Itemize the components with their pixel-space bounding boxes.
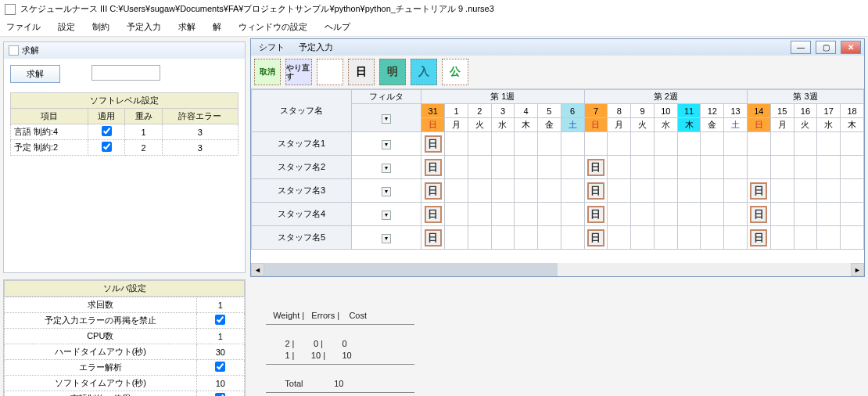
- filter-cell[interactable]: ▾: [352, 226, 421, 250]
- schedule-cell[interactable]: [538, 156, 561, 179]
- schedule-cell[interactable]: [817, 132, 841, 156]
- schedule-cell[interactable]: [515, 156, 538, 179]
- blank-button[interactable]: [317, 59, 343, 85]
- shift-chip[interactable]: 日: [587, 229, 604, 247]
- schedule-cell[interactable]: [538, 226, 561, 250]
- morning-button[interactable]: 明: [379, 59, 406, 85]
- close-button[interactable]: ✕: [841, 41, 861, 54]
- staff-row-header[interactable]: スタッフ名5: [252, 226, 352, 250]
- shift-chip[interactable]: 日: [587, 182, 604, 200]
- shift-chip[interactable]: 日: [425, 135, 442, 153]
- solver-checkbox[interactable]: [215, 393, 225, 396]
- shift-chip[interactable]: 日: [750, 229, 767, 247]
- date-cell[interactable]: 6: [561, 104, 584, 118]
- schedule-cell[interactable]: [631, 226, 655, 250]
- schedule-cell[interactable]: [654, 179, 677, 203]
- schedule-cell[interactable]: [654, 132, 677, 156]
- date-cell[interactable]: 14: [747, 104, 770, 118]
- tab-schedule[interactable]: 予定入力: [299, 41, 333, 53]
- schedule-cell[interactable]: [677, 132, 701, 156]
- schedule-cell[interactable]: [654, 226, 677, 250]
- schedule-cell[interactable]: [468, 203, 491, 226]
- allow-cell[interactable]: 3: [162, 140, 238, 156]
- schedule-cell[interactable]: [654, 156, 677, 179]
- menu-schedule[interactable]: 予定入力: [124, 20, 164, 34]
- schedule-cell[interactable]: [701, 132, 724, 156]
- schedule-cell[interactable]: [724, 156, 748, 179]
- schedule-cell[interactable]: 日: [584, 179, 608, 203]
- date-cell[interactable]: 9: [631, 104, 655, 118]
- solver-value[interactable]: 1: [218, 301, 223, 310]
- solver-checkbox[interactable]: [215, 362, 225, 372]
- schedule-cell[interactable]: 日: [584, 156, 608, 179]
- menu-constraint[interactable]: 制約: [89, 20, 113, 34]
- schedule-table[interactable]: スタッフ名フィルタ第 1週第 2週第 3週▾311234567891011121…: [251, 89, 864, 250]
- schedule-cell[interactable]: [770, 226, 794, 250]
- schedule-cell[interactable]: [561, 132, 584, 156]
- schedule-cell[interactable]: [538, 132, 561, 156]
- schedule-cell[interactable]: [468, 226, 491, 250]
- schedule-cell[interactable]: [817, 179, 841, 203]
- schedule-cell[interactable]: [794, 203, 817, 226]
- schedule-cell[interactable]: [677, 203, 701, 226]
- maximize-button[interactable]: ▢: [816, 41, 836, 54]
- tab-shift[interactable]: シフト: [259, 41, 285, 53]
- schedule-cell[interactable]: [515, 226, 538, 250]
- apply-checkbox[interactable]: [88, 140, 125, 156]
- schedule-cell[interactable]: [515, 203, 538, 226]
- schedule-cell[interactable]: [724, 132, 748, 156]
- allow-cell[interactable]: 3: [162, 124, 238, 140]
- date-cell[interactable]: 8: [608, 104, 631, 118]
- schedule-cell[interactable]: [841, 132, 864, 156]
- solve-input[interactable]: [91, 65, 160, 81]
- staff-row-header[interactable]: スタッフ名1: [252, 132, 352, 156]
- date-cell[interactable]: 12: [701, 104, 724, 118]
- date-cell[interactable]: 10: [654, 104, 677, 118]
- shift-chip[interactable]: 日: [587, 159, 604, 176]
- date-cell[interactable]: 5: [538, 104, 561, 118]
- date-cell[interactable]: 15: [770, 104, 794, 118]
- schedule-cell[interactable]: [561, 156, 584, 179]
- schedule-cell[interactable]: 日: [747, 203, 770, 226]
- staff-row-header[interactable]: スタッフ名2: [252, 156, 352, 179]
- schedule-cell[interactable]: [468, 179, 491, 203]
- schedule-cell[interactable]: [631, 156, 655, 179]
- date-cell[interactable]: 4: [515, 104, 538, 118]
- schedule-cell[interactable]: 日: [421, 132, 445, 156]
- schedule-cell[interactable]: 日: [421, 203, 445, 226]
- day-button[interactable]: 日: [348, 59, 375, 85]
- schedule-cell[interactable]: [631, 179, 655, 203]
- holiday-button[interactable]: 公: [442, 59, 468, 85]
- schedule-cell[interactable]: [747, 132, 770, 156]
- schedule-cell[interactable]: 日: [584, 203, 608, 226]
- schedule-cell[interactable]: [677, 156, 701, 179]
- filter-dropdown[interactable]: ▾: [352, 104, 421, 132]
- schedule-cell[interactable]: [608, 203, 631, 226]
- date-cell[interactable]: 17: [817, 104, 841, 118]
- schedule-cell[interactable]: [724, 179, 748, 203]
- solve-button[interactable]: 求解: [10, 65, 60, 83]
- schedule-cell[interactable]: [491, 132, 515, 156]
- shift-chip[interactable]: 日: [587, 206, 604, 223]
- schedule-cell[interactable]: [584, 132, 608, 156]
- shift-chip[interactable]: 日: [425, 206, 442, 223]
- schedule-cell[interactable]: [841, 203, 864, 226]
- schedule-cell[interactable]: [561, 179, 584, 203]
- weight-cell[interactable]: 2: [125, 140, 162, 156]
- shift-chip[interactable]: 日: [425, 229, 442, 247]
- schedule-cell[interactable]: [468, 156, 491, 179]
- schedule-cell[interactable]: [561, 226, 584, 250]
- solver-value[interactable]: 10: [216, 379, 225, 388]
- schedule-cell[interactable]: [817, 156, 841, 179]
- menu-solve[interactable]: 求解: [175, 20, 199, 34]
- schedule-cell[interactable]: [817, 203, 841, 226]
- schedule-cell[interactable]: [538, 203, 561, 226]
- schedule-cell[interactable]: 日: [421, 226, 445, 250]
- schedule-cell[interactable]: [794, 132, 817, 156]
- shift-chip[interactable]: 日: [425, 182, 442, 200]
- date-cell[interactable]: 1: [445, 104, 468, 118]
- solver-value[interactable]: 30: [216, 347, 225, 357]
- solver-checkbox[interactable]: [215, 315, 225, 325]
- schedule-cell[interactable]: [701, 226, 724, 250]
- schedule-cell[interactable]: [654, 203, 677, 226]
